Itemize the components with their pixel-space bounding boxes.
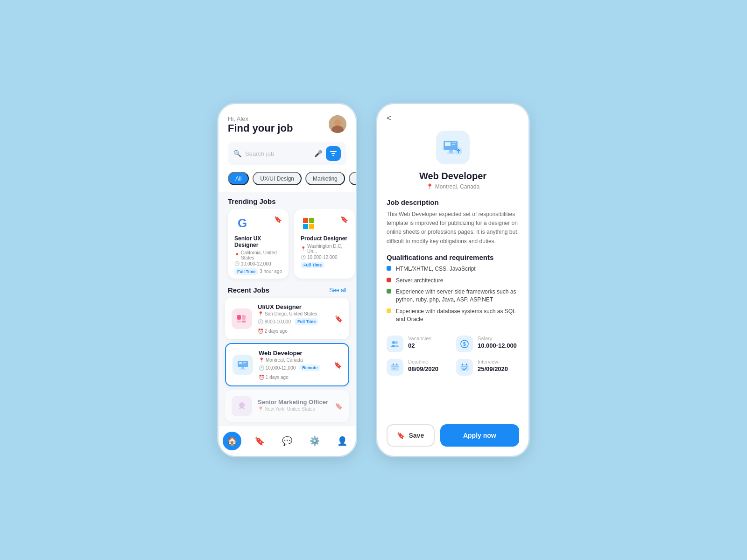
svg-rect-8 (237, 321, 241, 322)
desc-heading: Job description (387, 198, 519, 206)
qual-item-1: HTML/XHTML, CSS, JavaScript (387, 265, 519, 273)
svg-rect-19 (452, 142, 456, 143)
bookmark-uiux[interactable]: 🔖 (335, 315, 343, 322)
tab-uxui[interactable]: UX/UI Design (253, 172, 302, 185)
salary-icon-ms: 🕐 (301, 255, 306, 259)
see-all-link[interactable]: See all (329, 287, 346, 294)
info-salary: $ Salary 10.000-12.000 (456, 336, 519, 352)
tab-all[interactable]: All (228, 172, 249, 185)
svg-rect-14 (241, 367, 244, 369)
search-input[interactable]: Search job (245, 150, 310, 157)
svg-rect-22 (447, 153, 455, 154)
svg-rect-36 (466, 364, 467, 365)
apply-button[interactable]: Apply now (440, 424, 519, 447)
vacancies-value: 02 (408, 342, 431, 349)
tab-programming[interactable]: Programming (349, 172, 356, 185)
svg-point-16 (239, 402, 245, 408)
info-grid: Vacancies 02 $ Salary 10.000-12.000 (387, 336, 519, 376)
interview-value: 25/09/2020 (478, 365, 508, 372)
google-job-title: Senior UX Designer (234, 235, 282, 248)
qual-heading: Qualifications and requirements (387, 253, 519, 261)
recent-job-webdev[interactable]: Web Developer 📍 Montreal, Canada 🕐 10,00… (225, 343, 349, 386)
qual-dot-yellow (387, 308, 391, 313)
bookmark-icon[interactable]: 🔖 (274, 216, 282, 223)
nav-profile[interactable]: 👤 (333, 432, 352, 450)
tab-marketing[interactable]: Marketing (305, 172, 345, 185)
mic-icon[interactable]: 🎤 (314, 150, 322, 157)
bookmark-marketing[interactable]: 🔖 (335, 402, 343, 410)
loc-icon-wd: 📍 (259, 357, 264, 363)
qual-dot-green (387, 289, 391, 294)
deadline-label: Deadline (408, 359, 438, 364)
svg-rect-29 (393, 364, 394, 365)
type-badge: Full Time (234, 268, 258, 275)
ms-location: 📍 Washington D.C, Un... (301, 244, 348, 254)
page-title: Find your job (228, 122, 293, 134)
company-icon-wrap (436, 131, 470, 164)
qual-item-3: Experience with server-side frameworks s… (387, 288, 519, 304)
right-phone: < Web Developer 📍 Montreal, Canada Job d… (376, 103, 530, 457)
bookmark-icon-ms[interactable]: 🔖 (340, 216, 348, 223)
recent-job-marketing[interactable]: Senior Marketing Officer 📍 New York, Uni… (225, 390, 349, 422)
svg-rect-6 (237, 315, 241, 320)
marketing-location: 📍 New York, United States (258, 406, 329, 412)
uiux-tags: 🕐 8000-10,000 Full Time ⏰ 2 days ago (258, 318, 329, 334)
microsoft-logo (301, 216, 317, 231)
svg-rect-20 (452, 144, 455, 145)
salary-label: Salary (478, 336, 517, 341)
webdev-location: 📍 Montreal, Canada (259, 357, 328, 363)
interview-icon (456, 359, 473, 376)
nav-home[interactable]: 🏠 (223, 432, 241, 450)
svg-rect-32 (393, 368, 394, 369)
svg-point-1 (334, 119, 341, 126)
svg-text:$: $ (463, 342, 466, 347)
trending-jobs-row: G 🔖 Senior UX Designer 📍 California, Uni… (218, 209, 356, 284)
marketing-title: Senior Marketing Officer (258, 399, 329, 406)
type-tag: Full Time (295, 318, 318, 325)
svg-rect-31 (391, 366, 399, 367)
bookmark-webdev[interactable]: 🔖 (334, 361, 342, 369)
salary-icon-detail: $ (456, 336, 473, 352)
svg-rect-18 (445, 142, 451, 146)
back-button[interactable]: < (387, 113, 519, 123)
google-salary: 🕐 10,000-12,000 (234, 261, 282, 266)
google-bottom: Full Time 3 hour ago (234, 268, 282, 275)
category-tabs: All UX/UI Design Marketing Programming (218, 172, 356, 192)
recent-job-uiux[interactable]: UI/UX Designer 📍 San Diego, United State… (225, 298, 349, 339)
svg-rect-37 (461, 366, 468, 367)
bookmark-save-icon: 🔖 (397, 432, 405, 439)
nav-settings[interactable]: ⚙️ (305, 432, 324, 450)
svg-rect-13 (243, 364, 246, 364)
search-area: 🔍 Search job 🎤 (218, 142, 356, 172)
nav-bookmark[interactable]: 🔖 (250, 432, 269, 450)
svg-rect-33 (395, 368, 395, 369)
save-button[interactable]: 🔖 Save (387, 424, 435, 447)
svg-rect-12 (243, 362, 247, 363)
ms-salary: 🕐 10,000-12,000 (301, 255, 348, 260)
location-icon: 📍 (234, 253, 240, 258)
search-icon: 🔍 (233, 150, 241, 157)
loc-icon: 📍 (258, 311, 263, 316)
svg-rect-21 (449, 150, 453, 153)
trending-title: Trending Jobs (218, 192, 356, 209)
svg-point-24 (392, 341, 395, 344)
svg-rect-9 (242, 321, 246, 322)
avatar[interactable] (329, 115, 346, 133)
location-pin-icon: 📍 (426, 183, 433, 190)
qual-item-2: Server architecture (387, 277, 519, 285)
recent-header: Recent Jobs See all (218, 284, 356, 298)
svg-rect-7 (242, 315, 246, 320)
trending-card-microsoft[interactable]: 🔖 Product Designer 📍 Washington D.C, Un.… (294, 209, 355, 279)
svg-rect-35 (462, 364, 463, 365)
search-bar[interactable]: 🔍 Search job 🎤 (228, 142, 346, 165)
salary-tag: 🕐 8000-10,000 (258, 319, 291, 324)
left-phone: Hi, Alex Find your job 🔍 Search job 🎤 (217, 103, 357, 457)
time-tag: ⏰ 2 days ago (258, 329, 288, 334)
interview-label: Interview (478, 359, 508, 364)
nav-chat[interactable]: 💬 (278, 432, 296, 450)
trending-card-google[interactable]: G 🔖 Senior UX Designer 📍 California, Uni… (228, 209, 289, 279)
deadline-icon (387, 359, 403, 376)
filter-button[interactable] (326, 146, 341, 161)
uiux-info: UI/UX Designer 📍 San Diego, United State… (258, 303, 329, 334)
detail-inner: < Web Developer 📍 Montreal, Canada Job d… (377, 104, 529, 456)
